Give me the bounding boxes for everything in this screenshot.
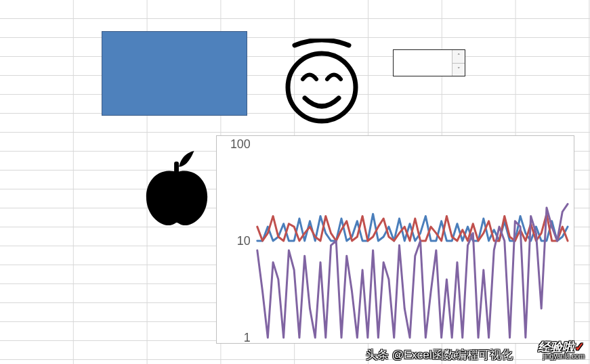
chart-series-line [257,204,568,338]
svg-point-0 [288,53,356,121]
apple-icon[interactable] [141,146,214,227]
y-tick-label: 10 [237,234,251,248]
watermark-author: 头条 @Excel函数编程可视化 [366,347,513,363]
spinner-value [394,50,452,76]
spinner-up-button[interactable]: ˄ [452,50,465,64]
watermark-brand-text: 经验啦 [538,340,574,354]
y-tick-label: 100 [230,137,251,151]
watermark-brand: 经验啦✓ jingyanla.com [538,339,585,360]
y-tick-label: 1 [244,331,251,343]
spinner-down-button[interactable]: ˅ [452,64,465,76]
smiley-halo-icon[interactable] [280,39,364,127]
watermark-site: jingyanla.com [538,352,585,360]
checkmark-icon: ✓ [574,340,585,354]
line-chart[interactable]: 110100 [216,135,574,344]
rectangle-shape[interactable] [102,31,247,116]
spinner-buttons: ˄ ˅ [452,50,465,76]
spinner-control[interactable]: ˄ ˅ [393,49,465,76]
